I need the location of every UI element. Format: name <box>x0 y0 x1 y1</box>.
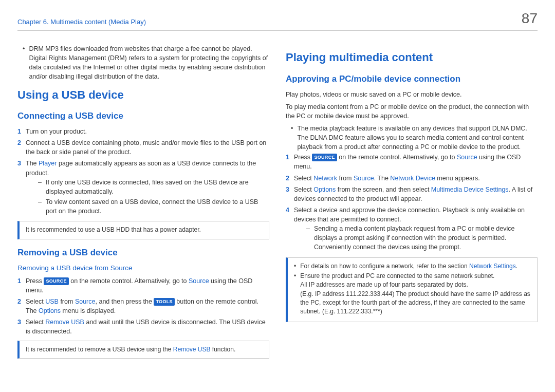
remove-usb-link: Remove USB <box>173 346 211 353</box>
text: on the remote control. Alternatively, go… <box>337 154 457 161</box>
text: Digital Rights Management (DRM) refers t… <box>29 54 268 80</box>
heading-using-usb: Using a USB device <box>17 87 269 103</box>
source-link: Source <box>354 175 374 182</box>
text: Select <box>26 319 45 326</box>
approving-steps: Press SOURCE on the remote control. Alte… <box>286 153 538 253</box>
text: (E.g. IP address 111.222.333.444) The pr… <box>300 290 530 315</box>
step: Press SOURCE on the remote control. Alte… <box>17 276 269 295</box>
text: Select <box>294 175 313 182</box>
text: Turn on your product. <box>26 127 269 136</box>
sub-item: To view content saved on a USB device, c… <box>26 197 269 216</box>
step: Select Options from the screen, and then… <box>286 185 538 203</box>
step: The Player page automatically appears as… <box>17 159 269 217</box>
text: on the remote control. Alternatively, go… <box>69 277 189 285</box>
text: menu appears. <box>435 175 480 182</box>
text: page automatically appears as soon as a … <box>26 160 256 176</box>
note-bullet: Ensure the product and PC are connected … <box>294 272 531 316</box>
connecting-steps: Turn on your product. Connect a USB devi… <box>17 127 269 217</box>
drm-bullet: DRM MP3 files downloaded from websites t… <box>17 44 269 82</box>
content-columns: DRM MP3 files downloaded from websites t… <box>17 44 538 385</box>
removing-steps: Press SOURCE on the remote control. Alte… <box>17 276 269 337</box>
left-column: DRM MP3 files downloaded from websites t… <box>17 44 269 385</box>
step: Turn on your product. <box>17 127 269 136</box>
text: The <box>26 160 39 167</box>
text: Press <box>26 277 44 285</box>
network-settings-link: Network Settings <box>469 263 516 270</box>
step: Select Remove USB and wait until the USB… <box>17 318 269 336</box>
text: from the screen, and then select <box>336 186 431 193</box>
source-link: Source <box>457 154 477 161</box>
subheading-removing-from-source: Removing a USB device from Source <box>17 263 269 273</box>
text: Select a device and approve the device c… <box>294 207 525 223</box>
text: from <box>337 175 354 182</box>
note-bullet: For details on how to configure a networ… <box>294 262 531 271</box>
text: , and then press the <box>95 298 154 305</box>
options-link: Options <box>313 186 336 193</box>
network-device-link: Network Device <box>390 175 435 182</box>
text: To view content saved on a USB device, c… <box>46 197 269 216</box>
note-remove-usb: It is recommended to remove a USB device… <box>17 341 269 359</box>
text: To play media content from a PC or mobil… <box>286 102 538 121</box>
source-key-icon: SOURCE <box>44 277 68 285</box>
text: Press <box>294 154 312 161</box>
source-key-icon: SOURCE <box>312 154 337 161</box>
options-link: Options <box>39 307 61 314</box>
text: menu is displayed. <box>61 307 116 314</box>
right-column: Playing multimedia content Approving a P… <box>286 44 538 385</box>
sub-item: Sending a media content playback request… <box>294 224 538 252</box>
chapter-header: Chapter 6. Multimedia content (Media Pla… <box>17 17 538 31</box>
heading-connecting-usb: Connecting a USB device <box>17 110 269 123</box>
text: Ensure the product and PC are connected … <box>300 272 494 279</box>
text: If only one USB device is connected, fil… <box>46 178 269 196</box>
text: All IP addresses are made up of four par… <box>300 281 468 288</box>
text: It is recommended to remove a USB device… <box>26 346 173 353</box>
text: from <box>59 298 75 305</box>
text: The media playback feature is available … <box>297 124 538 152</box>
text: DRM MP3 files downloaded from websites t… <box>29 45 252 52</box>
step: Select a device and approve the device c… <box>286 206 538 253</box>
tools-key-icon: TOOLS <box>154 298 174 306</box>
text: Select <box>294 186 313 193</box>
text: For details on how to configure a networ… <box>300 263 469 270</box>
step: Connect a USB device containing photo, m… <box>17 138 269 157</box>
source-link: Source <box>189 277 209 285</box>
text: Play photos, videos or music saved on a … <box>286 90 538 99</box>
dlna-bullet: The media playback feature is available … <box>286 124 538 152</box>
text: Connect a USB device containing photo, m… <box>26 138 269 157</box>
note-usb-hdd: It is recommended to use a USB HDD that … <box>17 221 269 239</box>
text: . <box>516 263 517 270</box>
text: Select <box>26 298 45 305</box>
usb-link: USB <box>45 298 59 305</box>
source-link: Source <box>75 298 96 305</box>
step: Press SOURCE on the remote control. Alte… <box>286 153 538 171</box>
text: Sending a media content playback request… <box>314 224 538 252</box>
heading-playing-content: Playing multimedia content <box>286 49 538 66</box>
note-network: For details on how to configure a networ… <box>286 257 538 322</box>
text: . The <box>374 175 391 182</box>
multimedia-device-settings-link: Multimedia Device Settings <box>431 186 509 193</box>
sub-item: If only one USB device is connected, fil… <box>26 178 269 196</box>
heading-approving-connection: Approving a PC/mobile device connection <box>286 73 538 86</box>
player-link: Player <box>39 160 57 167</box>
step: Select Network from Source. The Network … <box>286 174 538 183</box>
heading-removing-usb: Removing a USB device <box>17 247 269 259</box>
remove-usb-link: Remove USB <box>45 319 84 326</box>
network-link: Network <box>313 175 337 182</box>
text: function. <box>211 346 236 353</box>
step: Select USB from Source, and then press t… <box>17 297 269 315</box>
